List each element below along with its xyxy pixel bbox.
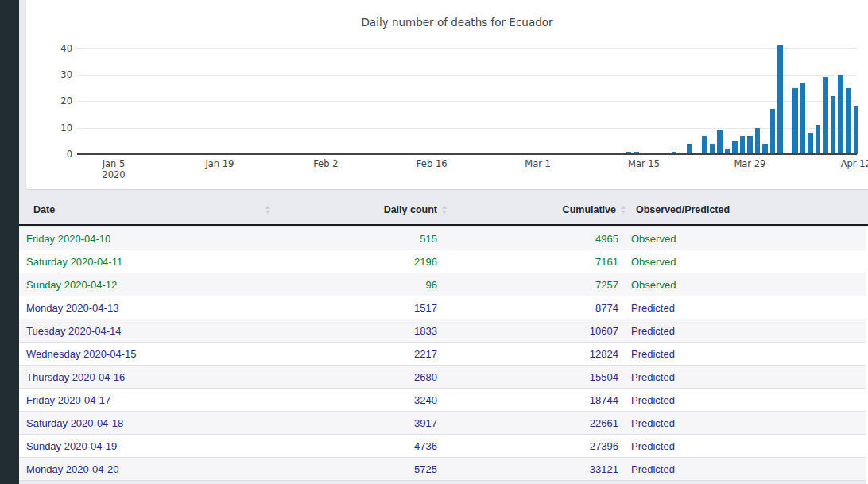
- cell-observed-predicted: Predicted: [628, 440, 868, 452]
- app-root: { "colors": { "bar": "#1f77b4", "observe…: [0, 0, 868, 484]
- bar[interactable]: [831, 96, 836, 154]
- y-axis-tick-label: 20: [39, 95, 72, 106]
- sort-icon[interactable]: [442, 206, 447, 214]
- table-header-row: Date Daily count Cumulative Observed/Pre…: [19, 189, 868, 226]
- cell-daily-count: 515: [275, 233, 449, 245]
- cell-cumulative: 10607: [449, 325, 628, 337]
- cell-observed-predicted: Observed: [628, 233, 868, 245]
- bar[interactable]: [838, 75, 843, 154]
- gridline: [77, 101, 857, 102]
- sort-icon[interactable]: [621, 206, 626, 214]
- cell-daily-count: 3240: [275, 394, 449, 406]
- cell-cumulative: 18744: [449, 394, 628, 406]
- cell-observed-predicted: Predicted: [628, 417, 868, 429]
- bar[interactable]: [800, 83, 806, 154]
- table-row: Saturday 2020-04-11 2196 7161 Observed: [19, 250, 868, 273]
- cell-date: Thursday 2020-04-16: [19, 371, 275, 383]
- cell-cumulative: 22661: [449, 417, 628, 429]
- cell-date: Sunday 2020-04-12: [19, 279, 275, 291]
- cell-daily-count: 2196: [275, 256, 449, 268]
- y-axis-tick-label: 30: [39, 69, 72, 80]
- table-row: Sunday 2020-04-19 4736 27396 Predicted: [19, 435, 868, 458]
- cell-daily-count: 3917: [275, 417, 449, 429]
- gridline: [77, 48, 857, 49]
- gridline: [77, 75, 857, 76]
- cell-cumulative: 7161: [449, 256, 628, 268]
- cell-daily-count: 5725: [275, 463, 449, 475]
- column-header-daily-count[interactable]: Daily count: [275, 198, 449, 215]
- column-header-daily-count-label: Daily count: [384, 204, 437, 215]
- bar[interactable]: [732, 141, 738, 154]
- bar[interactable]: [717, 130, 723, 154]
- bar[interactable]: [808, 133, 813, 154]
- bar[interactable]: [792, 88, 798, 154]
- bar[interactable]: [854, 106, 859, 154]
- x-axis-tick-label: Feb 2: [313, 158, 338, 169]
- x-axis-line: [77, 153, 857, 155]
- bar[interactable]: [755, 128, 761, 154]
- bar[interactable]: [762, 144, 768, 154]
- cell-cumulative: 4965: [449, 233, 628, 245]
- cell-daily-count: 2680: [275, 371, 449, 383]
- cell-date: Saturday 2020-04-18: [19, 417, 275, 429]
- x-axis-tick-label: Apr 12: [841, 158, 868, 169]
- y-axis-tick-label: 0: [39, 149, 72, 160]
- column-header-date-label: Date: [33, 204, 55, 215]
- cell-cumulative: 27396: [449, 440, 628, 452]
- cell-observed-predicted: Predicted: [628, 371, 868, 383]
- sidebar: [0, 0, 19, 484]
- bar[interactable]: [770, 109, 776, 154]
- bar[interactable]: [740, 136, 746, 154]
- cell-observed-predicted: Predicted: [628, 394, 868, 406]
- table-row: Saturday 2020-04-18 3917 22661 Predicted: [19, 412, 868, 435]
- y-axis-tick-label: 40: [39, 43, 72, 54]
- x-axis-tick-label: Mar 1: [525, 158, 551, 169]
- cell-cumulative: 12824: [449, 348, 628, 360]
- column-header-cumulative[interactable]: Cumulative: [449, 198, 628, 215]
- table-row: Monday 2020-04-20 5725 33121 Predicted: [19, 458, 868, 481]
- chart-title: Daily number of deaths for Ecuador: [361, 16, 552, 29]
- bar[interactable]: [710, 144, 715, 154]
- cell-observed-predicted: Observed: [628, 256, 868, 268]
- cell-daily-count: 4736: [275, 440, 449, 452]
- table-row: Friday 2020-04-10 515 4965 Observed: [19, 227, 868, 250]
- x-axis-tick-label: Feb 16: [417, 158, 448, 169]
- gridline: [77, 128, 857, 129]
- column-header-observed-predicted-label: Observed/Predicted: [636, 204, 730, 215]
- y-axis-tick-label: 10: [39, 122, 72, 134]
- cell-date: Saturday 2020-04-11: [19, 256, 275, 268]
- cell-cumulative: 8774: [449, 302, 628, 314]
- cell-observed-predicted: Predicted: [628, 348, 868, 360]
- table-row: Thursday 2020-04-16 2680 15504 Predicted: [19, 366, 868, 389]
- table-row: Wednesday 2020-04-15 2217 12824 Predicte…: [19, 343, 868, 366]
- cell-date: Friday 2020-04-17: [19, 394, 275, 406]
- column-header-cumulative-label: Cumulative: [563, 204, 616, 215]
- bar[interactable]: [702, 136, 707, 154]
- x-axis-tick-sublabel: 2020: [102, 169, 125, 180]
- column-header-date[interactable]: Date: [19, 198, 275, 215]
- bar[interactable]: [816, 125, 821, 154]
- deaths-chart[interactable]: Daily number of deaths for Ecuador 01020…: [26, 0, 868, 189]
- cell-daily-count: 2217: [275, 348, 449, 360]
- cell-date: Sunday 2020-04-19: [19, 440, 275, 452]
- cell-date: Tuesday 2020-04-14: [19, 325, 275, 337]
- bar[interactable]: [777, 45, 783, 154]
- cell-date: Monday 2020-04-13: [19, 302, 275, 314]
- table-row: Friday 2020-04-17 3240 18744 Predicted: [19, 389, 868, 412]
- cell-cumulative: 33121: [449, 463, 628, 475]
- cell-cumulative: 15504: [449, 371, 628, 383]
- bar[interactable]: [846, 88, 851, 154]
- x-axis-tick-label: Mar 15: [628, 158, 660, 169]
- sort-icon[interactable]: [265, 206, 270, 214]
- table-row: Monday 2020-04-13 1517 8774 Predicted: [19, 296, 868, 319]
- table-body: Friday 2020-04-10 515 4965 Observed Satu…: [19, 227, 868, 481]
- bar[interactable]: [823, 77, 828, 154]
- x-axis-tick-label: Mar 29: [734, 158, 765, 169]
- cell-date: Wednesday 2020-04-15: [19, 348, 275, 360]
- cell-date: Monday 2020-04-20: [19, 463, 275, 475]
- column-header-observed-predicted: Observed/Predicted: [628, 198, 868, 215]
- bar[interactable]: [747, 136, 753, 154]
- cell-observed-predicted: Predicted: [628, 302, 868, 314]
- cell-observed-predicted: Predicted: [628, 325, 868, 337]
- bar[interactable]: [687, 144, 692, 154]
